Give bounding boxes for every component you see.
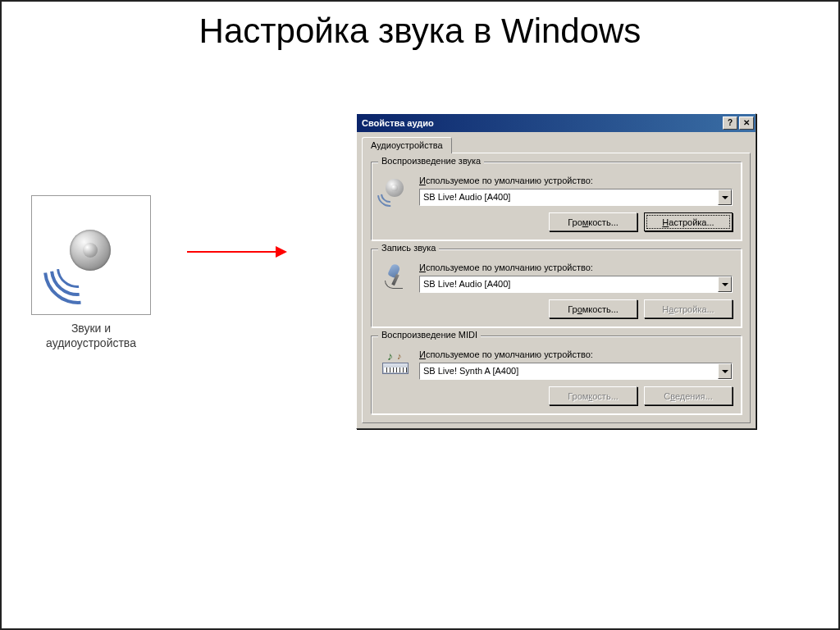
- titlebar[interactable]: Свойства аудио ? ✕: [357, 114, 756, 132]
- tab-audio-devices[interactable]: Аудиоустройства: [362, 137, 452, 153]
- playback-device-value: SB Live! Audio [A400]: [420, 189, 718, 205]
- midi-info-button: Сведения...: [644, 386, 733, 405]
- chevron-down-icon[interactable]: [718, 189, 732, 205]
- arrow-icon: [187, 251, 285, 253]
- midi-volume-button: Громкость...: [549, 386, 637, 405]
- tab-panel: Воспроизведение звука Используемое по ум…: [362, 153, 751, 423]
- playback-default-label: Используемое по умолчанию устройство:: [419, 176, 733, 185]
- recording-settings-button: Настройка...: [644, 299, 733, 318]
- playback-settings-button[interactable]: Настройка...: [644, 212, 733, 231]
- midi-icon: ♪♪: [380, 348, 411, 379]
- recording-volume-button[interactable]: Громкость...: [549, 299, 637, 318]
- midi-device-combo[interactable]: SB Live! Synth A [A400]: [419, 363, 733, 380]
- speaker-icon: [53, 217, 129, 293]
- sounds-devices-icon-box[interactable]: [31, 195, 151, 315]
- help-button[interactable]: ?: [723, 116, 737, 130]
- audio-properties-dialog: Свойства аудио ? ✕ Аудиоустройства Воспр…: [356, 113, 756, 429]
- group-playback-legend: Воспроизведение звука: [378, 156, 484, 166]
- microphone-icon: [380, 261, 411, 292]
- chevron-down-icon[interactable]: [718, 363, 732, 379]
- midi-default-label: Используемое по умолчанию устройство:: [419, 349, 733, 359]
- recording-default-label: Используемое по умолчанию устройство:: [419, 262, 733, 272]
- group-midi-legend: Воспроизведение MIDI: [378, 330, 481, 340]
- group-recording: Запись звука Используемое по умолчанию у…: [371, 249, 742, 327]
- chevron-down-icon[interactable]: [718, 276, 732, 292]
- playback-volume-button[interactable]: Громкость...: [549, 212, 637, 231]
- tab-row: Аудиоустройства: [357, 132, 756, 153]
- group-playback: Воспроизведение звука Используемое по ум…: [371, 162, 742, 240]
- group-midi: Воспроизведение MIDI ♪♪ Используемое по …: [371, 336, 742, 414]
- titlebar-text: Свойства аудио: [362, 118, 721, 128]
- sounds-devices-caption: Звуки и аудиоустройства: [31, 322, 151, 350]
- group-recording-legend: Запись звука: [378, 243, 439, 253]
- recording-device-combo[interactable]: SB Live! Audio [A400]: [419, 276, 733, 293]
- recording-device-value: SB Live! Audio [A400]: [420, 276, 718, 292]
- midi-device-value: SB Live! Synth A [A400]: [420, 363, 718, 379]
- close-button[interactable]: ✕: [739, 116, 754, 130]
- playback-speaker-icon: [380, 174, 411, 205]
- playback-device-combo[interactable]: SB Live! Audio [A400]: [419, 189, 733, 206]
- slide-title: Настройка звука в Windows: [2, 11, 838, 51]
